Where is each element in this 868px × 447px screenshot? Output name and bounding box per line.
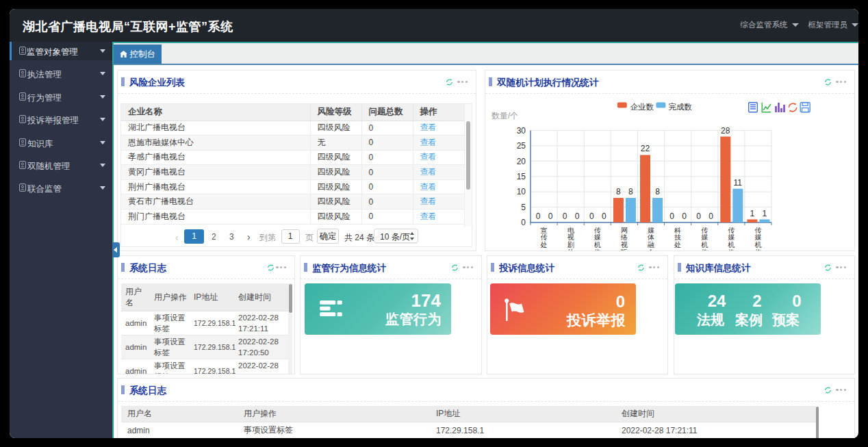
svg-text:科: 科 <box>674 226 681 233</box>
svg-text:传: 传 <box>701 226 708 233</box>
svg-text:传: 传 <box>728 226 735 233</box>
svg-text:处: 处 <box>567 248 574 251</box>
svg-text:机: 机 <box>728 241 735 248</box>
svg-text:20: 20 <box>517 156 526 166</box>
svg-text:听: 听 <box>621 248 628 251</box>
svg-text:25: 25 <box>517 141 526 151</box>
svg-text:0: 0 <box>696 212 701 221</box>
svg-text:体: 体 <box>647 233 654 241</box>
svg-text:电: 电 <box>567 226 575 233</box>
svg-text:宣: 宣 <box>541 226 548 233</box>
svg-text:技: 技 <box>674 233 681 241</box>
svg-text:构: 构 <box>727 248 735 251</box>
svg-text:11: 11 <box>734 177 743 187</box>
svg-text:构: 构 <box>754 248 761 251</box>
svg-text:传: 传 <box>754 226 761 233</box>
svg-text:视: 视 <box>621 241 628 248</box>
svg-text:网: 网 <box>621 226 628 233</box>
svg-text:0: 0 <box>563 212 567 221</box>
svg-text:10: 10 <box>517 187 526 196</box>
svg-text:完成数: 完成数 <box>668 103 692 111</box>
svg-text:15: 15 <box>517 171 526 181</box>
svg-text:媒: 媒 <box>728 233 735 241</box>
svg-text:融: 融 <box>648 241 654 248</box>
svg-text:剧: 剧 <box>567 241 574 248</box>
svg-text:0: 0 <box>548 212 553 221</box>
svg-text:构: 构 <box>700 248 708 251</box>
svg-text:8: 8 <box>616 187 621 196</box>
svg-text:数量/个: 数量/个 <box>492 111 518 120</box>
svg-text:媒: 媒 <box>754 233 761 241</box>
svg-text:1: 1 <box>750 208 755 218</box>
svg-text:构: 构 <box>593 248 601 251</box>
svg-text:0: 0 <box>589 212 594 221</box>
svg-text:0: 0 <box>709 212 713 221</box>
svg-text:络: 络 <box>620 233 628 241</box>
svg-text:0: 0 <box>521 218 526 227</box>
svg-text:5: 5 <box>521 202 526 212</box>
svg-text:30: 30 <box>517 125 526 135</box>
svg-text:媒: 媒 <box>648 226 654 233</box>
svg-text:机: 机 <box>594 241 601 248</box>
svg-text:1: 1 <box>763 208 767 218</box>
svg-text:传: 传 <box>594 226 601 233</box>
svg-text:合: 合 <box>648 248 654 251</box>
svg-text:0: 0 <box>682 212 687 221</box>
svg-text:企业数: 企业数 <box>630 103 654 111</box>
svg-text:0: 0 <box>602 212 607 221</box>
svg-text:22: 22 <box>641 144 650 153</box>
svg-text:视: 视 <box>567 233 574 241</box>
svg-text:处: 处 <box>674 241 681 248</box>
svg-text:0: 0 <box>575 212 580 221</box>
svg-text:0: 0 <box>669 212 674 221</box>
svg-text:处: 处 <box>541 241 548 248</box>
svg-text:机: 机 <box>754 241 761 248</box>
svg-text:机: 机 <box>701 241 708 248</box>
svg-text:媒: 媒 <box>701 233 708 241</box>
svg-text:媒: 媒 <box>594 233 601 241</box>
svg-text:28: 28 <box>721 125 730 135</box>
svg-text:8: 8 <box>655 187 660 196</box>
svg-text:0: 0 <box>536 212 541 221</box>
svg-text:传: 传 <box>541 233 548 241</box>
svg-text:8: 8 <box>628 187 633 196</box>
